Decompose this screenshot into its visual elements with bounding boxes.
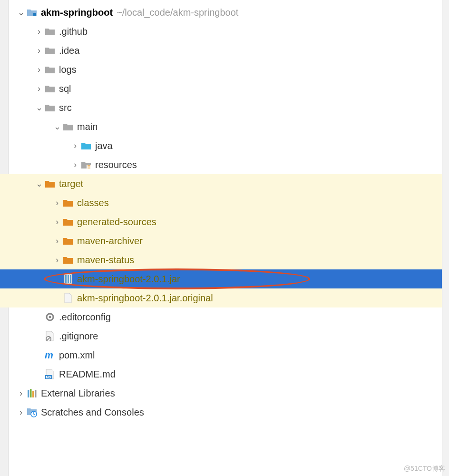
chevron-right-icon[interactable]: ›: [34, 46, 44, 56]
folder-gray-icon: [62, 121, 74, 132]
tree-item-scratches-and-consoles[interactable]: ›Scratches and Consoles: [0, 403, 442, 422]
folder-cyan-icon: [80, 140, 92, 151]
svg-rect-8: [70, 275, 71, 283]
tree-item-akm-springboot-2-0-1-jar[interactable]: akm-springboot-2.0.1.jar: [0, 269, 442, 288]
right-scrollbar-track[interactable]: [442, 0, 449, 476]
chevron-down-icon[interactable]: ⌄: [52, 121, 62, 132]
arrow-spacer: [52, 293, 62, 303]
file-denied-icon: [44, 330, 56, 342]
tree-item--idea[interactable]: ›.idea: [0, 41, 442, 60]
chevron-right-icon[interactable]: ›: [70, 141, 80, 151]
tree-item-label: .editorconfig: [59, 312, 111, 323]
tree-item-label: akm-springboot-2.0.1.jar.original: [77, 293, 213, 304]
tree-item-target[interactable]: ⌄target: [0, 174, 442, 193]
tree-item-maven-status[interactable]: ›maven-status: [0, 250, 442, 269]
tree-item-label: README.md: [59, 369, 116, 380]
svg-rect-0: [33, 13, 36, 16]
jar-icon: [62, 273, 74, 285]
svg-point-10: [49, 316, 51, 318]
folder-gray-icon: [44, 83, 56, 94]
watermark: @51CTO博客: [404, 465, 445, 473]
file-icon: [62, 292, 74, 304]
tree-item-external-libraries[interactable]: ›External Libraries: [0, 384, 442, 403]
maven-icon: m: [44, 349, 56, 361]
tree-item-label: External Libraries: [41, 388, 115, 399]
tree-item-label: resources: [95, 159, 137, 170]
tree-item--gitignore[interactable]: .gitignore: [0, 327, 442, 346]
tree-item-logs[interactable]: ›logs: [0, 60, 442, 79]
tree-item-src[interactable]: ⌄src: [0, 98, 442, 117]
svg-rect-17: [30, 389, 32, 397]
tree-item-label: main: [77, 121, 98, 132]
arrow-spacer: [52, 274, 62, 284]
chevron-right-icon[interactable]: ›: [34, 84, 44, 94]
svg-rect-19: [35, 390, 37, 397]
folder-resources-icon: [80, 159, 92, 170]
tree-item-sql[interactable]: ›sql: [0, 79, 442, 98]
markdown-icon: MD: [44, 368, 56, 380]
arrow-spacer: [34, 350, 44, 360]
tree-item-label: pom.xml: [59, 350, 95, 361]
svg-rect-16: [28, 390, 29, 397]
tree-item-maven-archiver[interactable]: ›maven-archiver: [0, 231, 442, 250]
tree-item-label: java: [95, 140, 113, 151]
chevron-right-icon[interactable]: ›: [70, 160, 80, 170]
folder-gray-icon: [44, 45, 56, 56]
chevron-right-icon[interactable]: ›: [16, 388, 26, 398]
tree-item-classes[interactable]: ›classes: [0, 193, 442, 212]
tree-item-label: .idea: [59, 45, 79, 56]
root-name: akm-springboot: [41, 7, 113, 18]
scratches-icon: [26, 407, 38, 418]
tree-item--editorconfig[interactable]: .editorconfig: [0, 307, 442, 327]
tree-item-pom-xml[interactable]: mpom.xml: [0, 346, 442, 365]
chevron-right-icon[interactable]: ›: [52, 198, 62, 208]
svg-rect-6: [65, 275, 67, 283]
tree-item-resources[interactable]: ›resources: [0, 155, 442, 174]
folder-orange-icon: [62, 254, 74, 266]
tree-item--github[interactable]: ›.github: [0, 22, 442, 41]
tree-item-label: sql: [59, 83, 71, 94]
tree-item-readme-md[interactable]: MDREADME.md: [0, 365, 442, 384]
tree-item-label: src: [59, 102, 72, 113]
folder-orange-icon: [62, 235, 74, 247]
chevron-right-icon[interactable]: ›: [34, 27, 44, 37]
tree-item-main[interactable]: ⌄main: [0, 117, 442, 136]
svg-text:m: m: [45, 350, 53, 360]
folder-orange-icon: [62, 197, 74, 208]
module-folder-icon: [26, 7, 38, 18]
tree-item-generated-sources[interactable]: ›generated-sources: [0, 212, 442, 231]
folder-gray-icon: [44, 64, 56, 75]
tree-item-label: .gitignore: [59, 331, 98, 342]
chevron-right-icon[interactable]: ›: [52, 255, 62, 265]
tree-item-label: akm-springboot-2.0.1.jar: [77, 274, 180, 285]
chevron-down-icon[interactable]: ⌄: [34, 178, 44, 189]
tree-item-label: classes: [77, 198, 109, 208]
chevron-down-icon[interactable]: ⌄: [34, 102, 44, 113]
tree-item-label: target: [59, 178, 83, 189]
tree-item-label: maven-archiver: [77, 236, 143, 247]
folder-orange-icon: [44, 178, 56, 189]
chevron-right-icon[interactable]: ›: [52, 236, 62, 246]
tree-item-label: maven-status: [77, 255, 134, 266]
svg-text:MD: MD: [46, 376, 51, 379]
tree-item-java[interactable]: ›java: [0, 136, 442, 155]
project-tree[interactable]: ⌄ akm-springboot ~/local_code/akm-spring…: [0, 0, 442, 422]
tree-item-label: .github: [59, 26, 88, 37]
chevron-down-icon[interactable]: ⌄: [16, 7, 26, 18]
svg-rect-7: [68, 275, 69, 283]
tree-root[interactable]: ⌄ akm-springboot ~/local_code/akm-spring…: [0, 3, 442, 22]
tree-item-label: logs: [59, 64, 77, 75]
chevron-right-icon[interactable]: ›: [52, 217, 62, 227]
libraries-icon: [26, 387, 38, 399]
folder-gray-icon: [44, 102, 56, 113]
arrow-spacer: [34, 331, 44, 341]
gear-icon: [44, 311, 56, 323]
root-path: ~/local_code/akm-springboot: [117, 7, 238, 18]
svg-rect-18: [32, 391, 34, 397]
arrow-spacer: [34, 369, 44, 379]
arrow-spacer: [34, 312, 44, 322]
folder-orange-icon: [62, 216, 74, 228]
chevron-right-icon[interactable]: ›: [16, 407, 26, 417]
chevron-right-icon[interactable]: ›: [34, 65, 44, 75]
tree-item-akm-springboot-2-0-1-jar-original[interactable]: akm-springboot-2.0.1.jar.original: [0, 288, 442, 307]
